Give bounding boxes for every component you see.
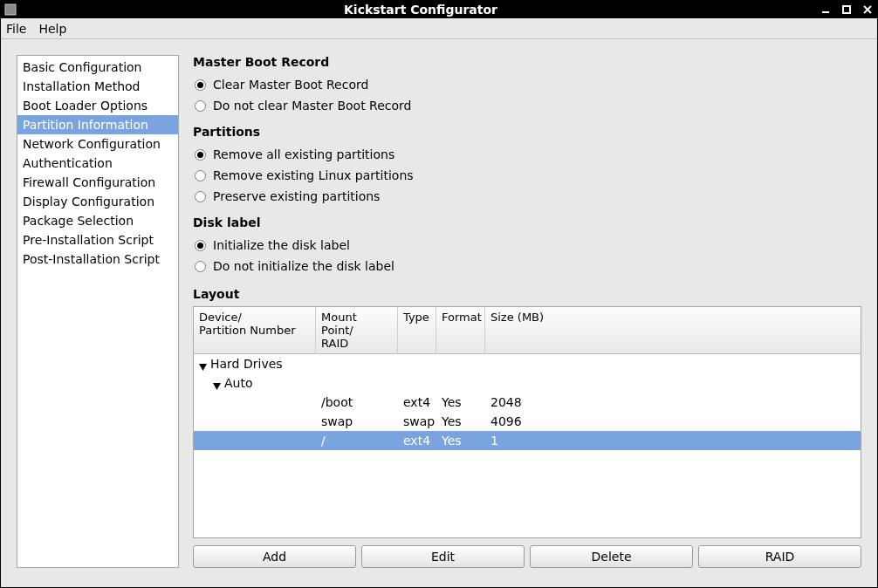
title-bar: Kickstart Configurator bbox=[1, 1, 877, 18]
layout-section: Layout Device/ Partition Number Mount Po… bbox=[193, 287, 861, 568]
table-row[interactable]: /ext4Yes1 bbox=[194, 431, 861, 450]
section-partitions-title: Partitions bbox=[193, 125, 861, 139]
radio-icon[interactable] bbox=[195, 100, 206, 112]
radio-label: Initialize the disk label bbox=[213, 238, 350, 252]
partition-table: Device/ Partition Number Mount Point/ RA… bbox=[193, 306, 861, 538]
radio-disklabel-init[interactable]: Initialize the disk label bbox=[193, 235, 861, 256]
section-mbr-title: Master Boot Record bbox=[193, 55, 861, 69]
sidebar-item-5[interactable]: Authentication bbox=[17, 154, 178, 173]
cell-size: 2048 bbox=[485, 395, 861, 409]
table-row[interactable]: swapswapYes4096 bbox=[194, 412, 861, 431]
tree-label: Auto bbox=[224, 376, 253, 390]
cell-mount: /boot bbox=[316, 395, 398, 409]
main-panel: Master Boot Record Clear Master Boot Rec… bbox=[193, 55, 861, 568]
section-disklabel-title: Disk label bbox=[193, 215, 861, 229]
cell-format: Yes bbox=[436, 414, 485, 428]
add-button[interactable]: Add bbox=[193, 545, 356, 568]
sidebar: Basic ConfigurationInstallation MethodBo… bbox=[17, 55, 179, 568]
cell-format: Yes bbox=[436, 434, 485, 448]
svg-rect-0 bbox=[5, 4, 16, 15]
section-layout-title: Layout bbox=[193, 287, 861, 301]
radio-label: Remove existing Linux partitions bbox=[213, 168, 414, 182]
maximize-button[interactable] bbox=[840, 3, 853, 16]
column-device[interactable]: Device/ Partition Number bbox=[194, 307, 316, 353]
menu-file[interactable]: File bbox=[6, 22, 26, 36]
cell-mount: / bbox=[316, 434, 398, 448]
sidebar-item-4[interactable]: Network Configuration bbox=[17, 134, 178, 154]
table-body: Hard DrivesAuto/bootext4Yes2048swapswapY… bbox=[194, 354, 861, 537]
radio-part-preserve[interactable]: Preserve existing partitions bbox=[193, 186, 861, 207]
radio-icon[interactable] bbox=[195, 149, 206, 161]
radio-icon[interactable] bbox=[195, 170, 206, 181]
cell-format: Yes bbox=[436, 395, 485, 409]
window-controls bbox=[820, 3, 874, 16]
minimize-button[interactable] bbox=[820, 3, 832, 16]
sidebar-item-8[interactable]: Package Selection bbox=[17, 211, 178, 230]
sidebar-item-7[interactable]: Display Configuration bbox=[17, 192, 178, 211]
app-window: Kickstart Configurator File Help Basic C… bbox=[0, 0, 878, 588]
cell-mount: swap bbox=[316, 414, 398, 428]
expander-icon[interactable] bbox=[199, 360, 207, 368]
column-mount[interactable]: Mount Point/ RAID bbox=[316, 307, 398, 353]
radio-label: Remove all existing partitions bbox=[213, 147, 394, 161]
svg-marker-6 bbox=[213, 383, 221, 390]
radio-label: Do not initialize the disk label bbox=[213, 259, 394, 273]
cell-type: swap bbox=[398, 414, 436, 428]
tree-node-hard-drives[interactable]: Hard Drives bbox=[194, 354, 861, 373]
radio-part-remove-all[interactable]: Remove all existing partitions bbox=[193, 144, 861, 165]
radio-icon[interactable] bbox=[195, 79, 206, 91]
radio-icon[interactable] bbox=[195, 240, 206, 251]
table-header: Device/ Partition Number Mount Point/ RA… bbox=[194, 307, 861, 354]
app-icon bbox=[4, 3, 17, 16]
sidebar-item-0[interactable]: Basic Configuration bbox=[17, 58, 178, 77]
radio-mbr-noclear[interactable]: Do not clear Master Boot Record bbox=[193, 95, 861, 116]
column-format[interactable]: Format bbox=[436, 307, 485, 353]
cell-size: 4096 bbox=[485, 414, 861, 428]
raid-button[interactable]: RAID bbox=[698, 545, 861, 568]
sidebar-item-1[interactable]: Installation Method bbox=[17, 77, 178, 96]
radio-disklabel-noinit[interactable]: Do not initialize the disk label bbox=[193, 256, 861, 277]
radio-icon[interactable] bbox=[195, 191, 206, 202]
client-area: Basic ConfigurationInstallation MethodBo… bbox=[1, 39, 877, 587]
menu-help[interactable]: Help bbox=[38, 22, 66, 36]
radio-mbr-clear[interactable]: Clear Master Boot Record bbox=[193, 74, 861, 95]
cell-type: ext4 bbox=[398, 434, 436, 448]
cell-size: 1 bbox=[485, 434, 861, 448]
expander-icon[interactable] bbox=[213, 379, 221, 387]
sidebar-item-3[interactable]: Partition Information bbox=[17, 115, 178, 134]
cell-type: ext4 bbox=[398, 395, 436, 409]
radio-part-remove-linux[interactable]: Remove existing Linux partitions bbox=[193, 165, 861, 186]
close-button[interactable] bbox=[861, 3, 874, 16]
radio-label: Do not clear Master Boot Record bbox=[213, 99, 411, 113]
sidebar-item-2[interactable]: Boot Loader Options bbox=[17, 96, 178, 115]
sidebar-item-10[interactable]: Post-Installation Script bbox=[17, 250, 178, 269]
tree-label: Hard Drives bbox=[210, 357, 283, 371]
tree-node-auto[interactable]: Auto bbox=[194, 373, 861, 393]
radio-label: Preserve existing partitions bbox=[213, 189, 380, 203]
sidebar-item-9[interactable]: Pre-Installation Script bbox=[17, 230, 178, 250]
svg-marker-5 bbox=[199, 364, 207, 371]
delete-button[interactable]: Delete bbox=[530, 545, 693, 568]
radio-icon[interactable] bbox=[195, 261, 206, 272]
sidebar-item-6[interactable]: Firewall Configuration bbox=[17, 173, 178, 192]
window-title: Kickstart Configurator bbox=[22, 3, 820, 17]
column-size[interactable]: Size (MB) bbox=[485, 307, 861, 353]
edit-button[interactable]: Edit bbox=[361, 545, 525, 568]
layout-button-row: Add Edit Delete RAID bbox=[193, 545, 861, 568]
menu-bar: File Help bbox=[1, 18, 877, 39]
svg-rect-2 bbox=[843, 6, 850, 13]
table-row[interactable]: /bootext4Yes2048 bbox=[194, 393, 861, 412]
column-type[interactable]: Type bbox=[398, 307, 436, 353]
radio-label: Clear Master Boot Record bbox=[213, 78, 368, 92]
